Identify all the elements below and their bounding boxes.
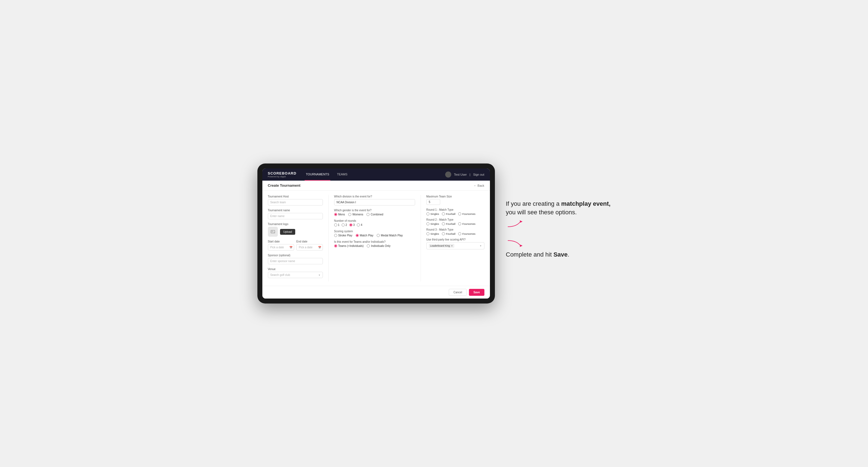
nav-link-teams[interactable]: TEAMS [336, 168, 348, 181]
round1-foursomes[interactable]: Foursomes [458, 212, 475, 215]
gender-radio-group: Mens Womens Combined [334, 213, 415, 216]
third-party-label: Use third-party live scoring API? [426, 238, 485, 241]
api-select-box[interactable]: Leaderboard King ✕ ▼ [426, 242, 485, 249]
round-4-option[interactable]: 4 [357, 223, 362, 226]
round2-fourball-radio[interactable] [442, 222, 445, 225]
round-4-radio[interactable] [357, 223, 360, 226]
annotation-top: If you are creating a matchplay event, y… [506, 200, 611, 229]
round3-foursomes-radio[interactable] [458, 232, 461, 235]
round2-singles-label: Singles [431, 222, 439, 225]
tournament-name-group: Tournament name [268, 209, 323, 219]
teams-individuals-radio[interactable] [367, 244, 370, 247]
round3-singles[interactable]: Singles [426, 232, 439, 235]
rounds-radio-group: 1 2 3 4 [334, 223, 415, 226]
gender-mens-radio[interactable] [334, 213, 337, 216]
teams-individuals-label: Individuals Only [371, 244, 391, 247]
upload-button[interactable]: Upload [280, 229, 296, 235]
scoring-medal-option[interactable]: Medal Match Play [377, 234, 403, 237]
teams-label: Is this event for Teams and/or Individua… [334, 240, 415, 243]
cancel-button[interactable]: Cancel [449, 289, 467, 296]
form-container: Tournament Host Tournament name Tourname… [262, 191, 490, 286]
start-date-input[interactable] [268, 244, 294, 250]
sponsor-input[interactable] [268, 258, 323, 264]
annotation-save-bold: Save [553, 251, 567, 258]
round2-singles-radio[interactable] [426, 222, 429, 225]
round2-foursomes-radio[interactable] [458, 222, 461, 225]
tournament-logo-group: Tournament logo Upload [268, 223, 323, 237]
round-1-option[interactable]: 1 [334, 223, 340, 226]
gender-label: Which gender is the event for? [334, 209, 415, 212]
nav-link-tournaments[interactable]: TOURNAMENTS [305, 168, 330, 181]
round2-fourball[interactable]: Fourball [442, 222, 456, 225]
round-2-radio[interactable] [342, 223, 345, 226]
gender-combined-label: Combined [371, 213, 383, 216]
round-1-radio[interactable] [334, 223, 337, 226]
round1-foursomes-radio[interactable] [458, 212, 461, 215]
max-team-size-label: Maximum Team Size [426, 195, 485, 198]
gender-womens-radio[interactable] [348, 213, 351, 216]
round3-match-label: Round 3 - Match Type [426, 228, 485, 231]
scoring-medal-radio[interactable] [377, 234, 380, 237]
back-button[interactable]: ← Back [474, 184, 485, 187]
scoring-group: Scoring system Stroke Play Match Play [334, 230, 415, 237]
rounds-group: Number of rounds 1 2 [334, 219, 415, 226]
end-date-input[interactable] [296, 244, 323, 250]
round2-fourball-label: Fourball [446, 222, 456, 225]
round2-singles[interactable]: Singles [426, 222, 439, 225]
round1-fourball-radio[interactable] [442, 212, 445, 215]
api-tag-value: Leaderboard King [430, 244, 450, 247]
round1-match-label: Round 1 - Match Type [426, 208, 485, 211]
form-left: Tournament Host Tournament name Tourname… [268, 195, 329, 281]
round2-foursomes[interactable]: Foursomes [458, 222, 475, 225]
round1-singles-radio[interactable] [426, 212, 429, 215]
gender-group: Which gender is the event for? Mens Wome… [334, 209, 415, 216]
gender-combined-radio[interactable] [367, 213, 370, 216]
annotation-bottom: Complete and hit Save. [506, 238, 611, 259]
round-3-option[interactable]: 3 [349, 223, 355, 226]
form-footer: Cancel Save [262, 286, 490, 299]
gender-womens-option[interactable]: Womens [348, 213, 363, 216]
tournament-name-input[interactable] [268, 213, 323, 219]
teams-individuals-option[interactable]: Individuals Only [367, 244, 391, 247]
gender-combined-option[interactable]: Combined [367, 213, 383, 216]
nav-links: TOURNAMENTS TEAMS [305, 168, 445, 181]
end-date-wrapper: 📅 [296, 244, 323, 250]
round-2-option[interactable]: 2 [342, 223, 347, 226]
tournament-host-input[interactable] [268, 199, 323, 206]
gender-mens-option[interactable]: Mens [334, 213, 345, 216]
scoring-radio-group: Stroke Play Match Play Medal Match Play [334, 234, 415, 237]
round1-fourball[interactable]: Fourball [442, 212, 456, 215]
teams-teams-option[interactable]: Teams (+Individuals) [334, 244, 364, 247]
annotation-matchplay-bold: matchplay event, [561, 200, 611, 207]
round-3-radio[interactable] [349, 223, 352, 226]
scoring-match-radio[interactable] [356, 234, 359, 237]
round3-foursomes[interactable]: Foursomes [458, 232, 475, 235]
round1-fourball-label: Fourball [446, 212, 456, 215]
round3-singles-radio[interactable] [426, 232, 429, 235]
round1-match-type: Round 1 - Match Type Singles Fourball [426, 208, 485, 215]
round2-match-options: Singles Fourball Foursomes [426, 222, 485, 225]
end-date-group: End date 📅 [296, 240, 323, 250]
teams-teams-radio[interactable] [334, 244, 337, 247]
tablet-screen: SCOREBOARD Powered by clippit TOURNAMENT… [262, 168, 490, 299]
tablet-frame: SCOREBOARD Powered by clippit TOURNAMENT… [257, 163, 495, 304]
scoring-match-option[interactable]: Match Play [356, 234, 373, 237]
api-tag-close-icon[interactable]: ✕ [451, 245, 453, 247]
annotations-panel: If you are creating a matchplay event, y… [506, 200, 611, 267]
start-date-label: Start date [268, 240, 294, 243]
teams-radio-group: Teams (+Individuals) Individuals Only [334, 244, 415, 247]
round1-singles[interactable]: Singles [426, 212, 439, 215]
tournament-host-label: Tournament Host [268, 195, 323, 198]
round3-fourball[interactable]: Fourball [442, 232, 456, 235]
scoring-stroke-label: Stroke Play [338, 234, 352, 237]
max-team-size-input[interactable] [426, 199, 440, 205]
save-button[interactable]: Save [469, 289, 484, 296]
signout-link[interactable]: Sign out [473, 173, 484, 176]
scoring-stroke-option[interactable]: Stroke Play [334, 234, 352, 237]
venue-select-wrapper: Search golf club ▼ [268, 272, 323, 278]
annotation-bottom-text: Complete and hit Save. [506, 250, 611, 259]
round3-fourball-radio[interactable] [442, 232, 445, 235]
division-select[interactable]: NCAA Division I NCAA Division II NCAA Di… [334, 199, 415, 206]
venue-select[interactable]: Search golf club [268, 272, 323, 278]
scoring-stroke-radio[interactable] [334, 234, 337, 237]
